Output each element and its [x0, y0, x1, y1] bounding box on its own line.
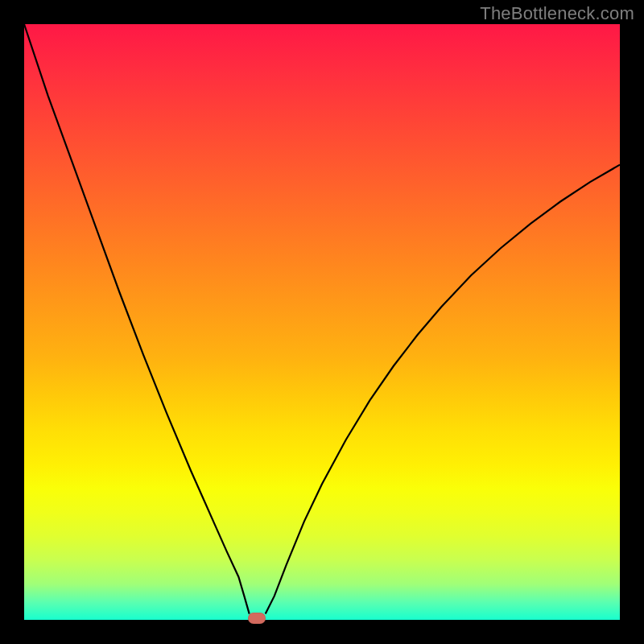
curve-layer: [24, 24, 620, 620]
curve-left: [24, 24, 250, 614]
chart-frame: TheBottleneck.com: [0, 0, 644, 644]
curve-right: [266, 165, 620, 614]
plot-area: [24, 24, 620, 620]
watermark-text: TheBottleneck.com: [480, 3, 634, 24]
optimal-point-marker: [248, 613, 266, 624]
